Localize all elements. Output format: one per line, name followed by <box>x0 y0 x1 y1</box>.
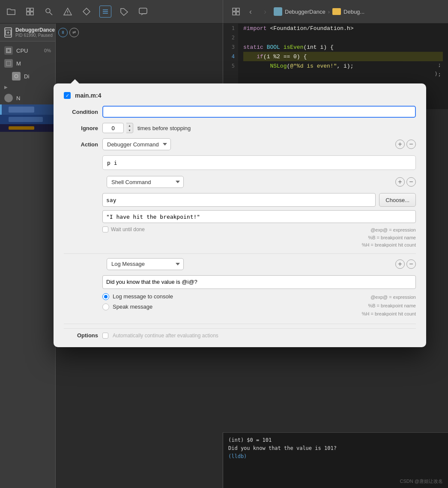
radio-inner <box>104 295 108 298</box>
divider-2 <box>64 324 416 324</box>
debug-step-btn[interactable]: ⇌ <box>69 28 79 37</box>
action-label: Action <box>64 141 98 148</box>
sidebar-item-di[interactable]: Di <box>0 70 55 83</box>
debug-header-icon <box>4 27 12 38</box>
log-add-remove: + − <box>395 259 416 269</box>
debug-pause-btn[interactable]: ⏸ <box>58 28 68 37</box>
breadcrumb-separator: › <box>328 9 330 15</box>
list-icon[interactable] <box>99 6 111 18</box>
shell-path-input[interactable] <box>102 193 376 207</box>
watermark: CSDN @唐姐让改名 <box>400 478 443 485</box>
folder-icon[interactable] <box>5 6 17 18</box>
svg-rect-14 <box>233 12 236 15</box>
line-num-1: 1 <box>223 24 238 33</box>
sidebar-item-highlighted[interactable] <box>0 104 55 115</box>
svg-rect-21 <box>6 61 11 65</box>
chat-icon[interactable] <box>137 6 149 18</box>
code-line-1: #import <Foundation/Foundation.h> <box>243 24 443 33</box>
sidebar-di-icon <box>12 72 21 80</box>
code-line-2 <box>243 33 443 42</box>
wait-done-checkbox[interactable] <box>102 226 108 232</box>
debugger-command-input[interactable] <box>102 155 416 170</box>
shell-remove-btn[interactable]: − <box>406 177 416 187</box>
shell-add-remove: + − <box>395 177 416 187</box>
log-console-radio[interactable] <box>102 293 109 300</box>
line-num-3: 3 <box>223 42 238 52</box>
breakpoint-checkbox[interactable]: ✓ <box>64 92 71 99</box>
sidebar-item-cpu[interactable]: CPU 0% <box>0 44 55 57</box>
grid-icon-2[interactable] <box>230 6 242 18</box>
tag-icon[interactable] <box>118 6 130 18</box>
log-remove-btn[interactable]: − <box>406 259 416 269</box>
divider-1 <box>64 253 416 254</box>
shell-path-row: Choose... <box>102 193 416 207</box>
log-message-select[interactable]: Log Message Debugger Command Shell Comma… <box>107 258 184 270</box>
log-message-input[interactable] <box>102 275 416 289</box>
debugger-add-remove: + − <box>395 140 416 149</box>
action-log-row: Log Message Debugger Command Shell Comma… <box>64 258 416 270</box>
line-num-4: 4 <box>223 52 238 61</box>
options-row: Options Automatically continue after eva… <box>64 328 416 339</box>
sidebar-item-n[interactable]: N <box>0 92 55 104</box>
grid-icon[interactable] <box>24 6 36 18</box>
left-panel: DebuggerDance PID 61990, Paused ⏸ ⇌ CPU … <box>0 24 56 488</box>
ignore-input[interactable] <box>102 123 124 133</box>
ignore-spinner[interactable]: ▲ ▼ <box>126 123 133 133</box>
log-console-label: Log message to console <box>113 293 173 300</box>
debugger-command-area <box>64 155 416 170</box>
shell-args-input[interactable] <box>102 210 416 223</box>
shell-options: Wait until done @exp@ = expression %B = … <box>102 226 416 249</box>
breadcrumb: DebuggerDance › Debug... <box>285 8 364 15</box>
svg-rect-12 <box>233 8 236 11</box>
options-checkbox[interactable] <box>102 333 108 339</box>
sidebar-item-sub[interactable] <box>0 115 55 124</box>
ignore-row: Ignore ▲ ▼ times before stopping <box>64 123 416 133</box>
svg-point-7 <box>67 14 68 14</box>
debugger-remove-btn[interactable]: − <box>406 140 416 149</box>
log-console-radio-row: Log message to console <box>102 293 173 300</box>
sidebar-n-label: N <box>16 95 20 101</box>
action-debugger-row: Action Debugger Command Shell Command Lo… <box>64 138 416 150</box>
debug-controls: ⏸ ⇌ <box>58 28 79 37</box>
cpu-label: CPU <box>16 48 28 54</box>
console-line-2: Did you know that the value is 101? <box>228 444 443 452</box>
console-line-1: (int) $0 = 101 <box>228 436 443 444</box>
sidebar-n-icon <box>4 94 13 102</box>
spinner-down[interactable]: ▼ <box>126 128 133 133</box>
search-icon[interactable] <box>43 6 55 18</box>
options-label: Options <box>64 332 98 339</box>
cpu-percentage: 0% <box>44 48 51 53</box>
shell-command-select[interactable]: Shell Command Debugger Command Log Messa… <box>107 176 184 188</box>
ignore-label: Ignore <box>64 125 98 131</box>
log-add-btn[interactable]: + <box>395 259 405 269</box>
breakpoint-dialog: ✓ main.m:4 Condition Ignore ▲ ▼ times be… <box>54 83 426 347</box>
diamond-icon[interactable] <box>81 6 93 18</box>
svg-rect-15 <box>236 12 239 15</box>
sidebar-item-sub2[interactable] <box>0 124 55 132</box>
code-line-5: NSLog(@"%d is even!", i); <box>243 61 443 71</box>
line-num-5: 5 <box>223 61 238 71</box>
speak-radio[interactable] <box>102 304 109 310</box>
options-text: Automatically continue after evaluating … <box>113 333 218 339</box>
app-icon <box>274 7 282 16</box>
dialog-header: ✓ main.m:4 <box>64 92 416 99</box>
condition-input[interactable] <box>102 106 416 118</box>
log-radio-group: Log message to console Speak message <box>102 293 173 310</box>
debugger-command-select[interactable]: Debugger Command Shell Command Log Messa… <box>102 138 171 150</box>
action-shell-row: Shell Command Debugger Command Log Messa… <box>64 176 416 188</box>
debugger-add-btn[interactable]: + <box>395 140 405 149</box>
folder-icon-2 <box>332 8 341 15</box>
console-line-3: (lldb) <box>228 452 443 461</box>
warning-icon[interactable] <box>62 6 74 18</box>
nav-back-icon[interactable]: ‹ <box>245 6 257 18</box>
choose-button[interactable]: Choose... <box>379 193 416 207</box>
wait-until-done-row: Wait until done <box>102 226 145 232</box>
spinner-up[interactable]: ▲ <box>126 123 133 128</box>
sidebar-item-m[interactable]: M <box>0 57 55 70</box>
nav-forward-icon[interactable]: › <box>259 6 271 18</box>
pid-info: PID 61990, Paused <box>15 33 55 38</box>
cpu-icon <box>4 46 13 55</box>
line-num-2: 2 <box>223 33 238 42</box>
ignore-suffix: times before stopping <box>137 125 191 131</box>
shell-add-btn[interactable]: + <box>395 177 405 187</box>
